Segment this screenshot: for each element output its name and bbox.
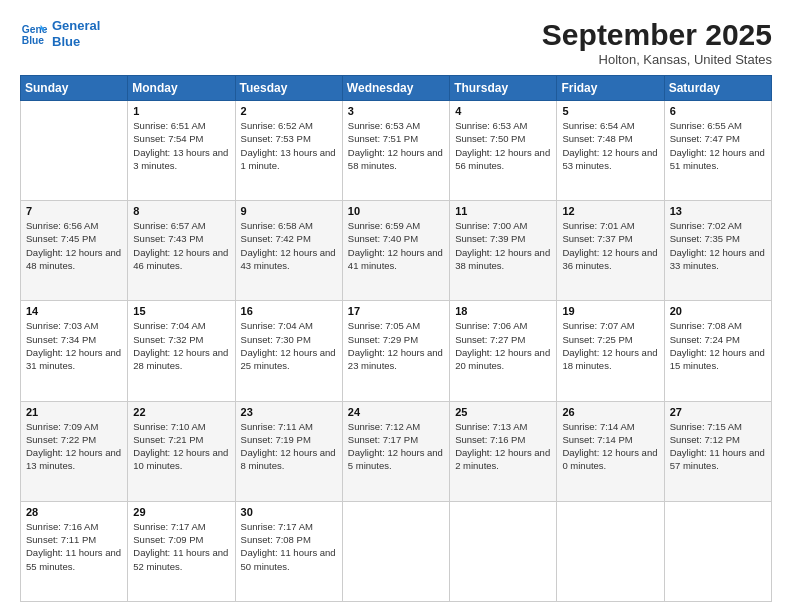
day-number: 24 xyxy=(348,406,444,418)
calendar-cell-w5-d2: 29Sunrise: 7:17 AMSunset: 7:09 PMDayligh… xyxy=(128,501,235,601)
week-row-1: 1Sunrise: 6:51 AMSunset: 7:54 PMDaylight… xyxy=(21,101,772,201)
day-info: Sunrise: 7:09 AMSunset: 7:22 PMDaylight:… xyxy=(26,420,122,473)
day-info: Sunrise: 6:52 AMSunset: 7:53 PMDaylight:… xyxy=(241,119,337,172)
day-number: 7 xyxy=(26,205,122,217)
day-number: 8 xyxy=(133,205,229,217)
day-number: 12 xyxy=(562,205,658,217)
day-info: Sunrise: 7:06 AMSunset: 7:27 PMDaylight:… xyxy=(455,319,551,372)
day-number: 21 xyxy=(26,406,122,418)
day-info: Sunrise: 7:17 AMSunset: 7:09 PMDaylight:… xyxy=(133,520,229,573)
calendar-cell-w1-d1 xyxy=(21,101,128,201)
day-info: Sunrise: 7:03 AMSunset: 7:34 PMDaylight:… xyxy=(26,319,122,372)
header-friday: Friday xyxy=(557,76,664,101)
day-number: 30 xyxy=(241,506,337,518)
page: General Blue General Blue September 2025… xyxy=(0,0,792,612)
calendar-cell-w5-d7 xyxy=(664,501,771,601)
calendar-cell-w1-d2: 1Sunrise: 6:51 AMSunset: 7:54 PMDaylight… xyxy=(128,101,235,201)
day-number: 18 xyxy=(455,305,551,317)
day-info: Sunrise: 7:16 AMSunset: 7:11 PMDaylight:… xyxy=(26,520,122,573)
day-number: 17 xyxy=(348,305,444,317)
day-number: 16 xyxy=(241,305,337,317)
day-number: 2 xyxy=(241,105,337,117)
day-number: 28 xyxy=(26,506,122,518)
calendar-cell-w3-d1: 14Sunrise: 7:03 AMSunset: 7:34 PMDayligh… xyxy=(21,301,128,401)
day-number: 19 xyxy=(562,305,658,317)
day-info: Sunrise: 6:58 AMSunset: 7:42 PMDaylight:… xyxy=(241,219,337,272)
day-number: 1 xyxy=(133,105,229,117)
day-info: Sunrise: 6:56 AMSunset: 7:45 PMDaylight:… xyxy=(26,219,122,272)
day-info: Sunrise: 6:59 AMSunset: 7:40 PMDaylight:… xyxy=(348,219,444,272)
calendar-cell-w1-d6: 5Sunrise: 6:54 AMSunset: 7:48 PMDaylight… xyxy=(557,101,664,201)
calendar-cell-w4-d1: 21Sunrise: 7:09 AMSunset: 7:22 PMDayligh… xyxy=(21,401,128,501)
calendar-cell-w3-d6: 19Sunrise: 7:07 AMSunset: 7:25 PMDayligh… xyxy=(557,301,664,401)
day-number: 15 xyxy=(133,305,229,317)
calendar-cell-w2-d3: 9Sunrise: 6:58 AMSunset: 7:42 PMDaylight… xyxy=(235,201,342,301)
header-sunday: Sunday xyxy=(21,76,128,101)
calendar-cell-w2-d1: 7Sunrise: 6:56 AMSunset: 7:45 PMDaylight… xyxy=(21,201,128,301)
day-info: Sunrise: 6:55 AMSunset: 7:47 PMDaylight:… xyxy=(670,119,766,172)
day-number: 10 xyxy=(348,205,444,217)
day-number: 14 xyxy=(26,305,122,317)
day-number: 27 xyxy=(670,406,766,418)
calendar-cell-w4-d7: 27Sunrise: 7:15 AMSunset: 7:12 PMDayligh… xyxy=(664,401,771,501)
day-info: Sunrise: 7:17 AMSunset: 7:08 PMDaylight:… xyxy=(241,520,337,573)
day-info: Sunrise: 7:05 AMSunset: 7:29 PMDaylight:… xyxy=(348,319,444,372)
calendar-cell-w2-d7: 13Sunrise: 7:02 AMSunset: 7:35 PMDayligh… xyxy=(664,201,771,301)
header-saturday: Saturday xyxy=(664,76,771,101)
svg-text:Blue: Blue xyxy=(22,35,45,46)
header-wednesday: Wednesday xyxy=(342,76,449,101)
calendar-cell-w5-d3: 30Sunrise: 7:17 AMSunset: 7:08 PMDayligh… xyxy=(235,501,342,601)
day-info: Sunrise: 7:04 AMSunset: 7:32 PMDaylight:… xyxy=(133,319,229,372)
title-block: September 2025 Holton, Kansas, United St… xyxy=(542,18,772,67)
header-tuesday: Tuesday xyxy=(235,76,342,101)
day-info: Sunrise: 6:54 AMSunset: 7:48 PMDaylight:… xyxy=(562,119,658,172)
calendar-cell-w5-d5 xyxy=(450,501,557,601)
day-info: Sunrise: 7:12 AMSunset: 7:17 PMDaylight:… xyxy=(348,420,444,473)
calendar-cell-w5-d4 xyxy=(342,501,449,601)
day-info: Sunrise: 7:11 AMSunset: 7:19 PMDaylight:… xyxy=(241,420,337,473)
day-number: 26 xyxy=(562,406,658,418)
calendar-cell-w4-d6: 26Sunrise: 7:14 AMSunset: 7:14 PMDayligh… xyxy=(557,401,664,501)
day-info: Sunrise: 7:10 AMSunset: 7:21 PMDaylight:… xyxy=(133,420,229,473)
calendar: Sunday Monday Tuesday Wednesday Thursday… xyxy=(20,75,772,602)
calendar-cell-w3-d7: 20Sunrise: 7:08 AMSunset: 7:24 PMDayligh… xyxy=(664,301,771,401)
day-info: Sunrise: 7:01 AMSunset: 7:37 PMDaylight:… xyxy=(562,219,658,272)
day-number: 20 xyxy=(670,305,766,317)
calendar-cell-w2-d2: 8Sunrise: 6:57 AMSunset: 7:43 PMDaylight… xyxy=(128,201,235,301)
calendar-cell-w2-d5: 11Sunrise: 7:00 AMSunset: 7:39 PMDayligh… xyxy=(450,201,557,301)
calendar-cell-w3-d2: 15Sunrise: 7:04 AMSunset: 7:32 PMDayligh… xyxy=(128,301,235,401)
calendar-cell-w1-d4: 3Sunrise: 6:53 AMSunset: 7:51 PMDaylight… xyxy=(342,101,449,201)
day-info: Sunrise: 6:57 AMSunset: 7:43 PMDaylight:… xyxy=(133,219,229,272)
week-row-5: 28Sunrise: 7:16 AMSunset: 7:11 PMDayligh… xyxy=(21,501,772,601)
day-number: 9 xyxy=(241,205,337,217)
day-number: 23 xyxy=(241,406,337,418)
calendar-cell-w5-d6 xyxy=(557,501,664,601)
day-info: Sunrise: 7:00 AMSunset: 7:39 PMDaylight:… xyxy=(455,219,551,272)
calendar-cell-w4-d3: 23Sunrise: 7:11 AMSunset: 7:19 PMDayligh… xyxy=(235,401,342,501)
calendar-cell-w4-d2: 22Sunrise: 7:10 AMSunset: 7:21 PMDayligh… xyxy=(128,401,235,501)
calendar-cell-w1-d7: 6Sunrise: 6:55 AMSunset: 7:47 PMDaylight… xyxy=(664,101,771,201)
calendar-cell-w5-d1: 28Sunrise: 7:16 AMSunset: 7:11 PMDayligh… xyxy=(21,501,128,601)
day-info: Sunrise: 7:07 AMSunset: 7:25 PMDaylight:… xyxy=(562,319,658,372)
day-info: Sunrise: 6:51 AMSunset: 7:54 PMDaylight:… xyxy=(133,119,229,172)
calendar-cell-w1-d3: 2Sunrise: 6:52 AMSunset: 7:53 PMDaylight… xyxy=(235,101,342,201)
day-info: Sunrise: 7:04 AMSunset: 7:30 PMDaylight:… xyxy=(241,319,337,372)
header-monday: Monday xyxy=(128,76,235,101)
day-number: 11 xyxy=(455,205,551,217)
day-number: 4 xyxy=(455,105,551,117)
logo-text: General Blue xyxy=(52,18,100,49)
calendar-cell-w2-d4: 10Sunrise: 6:59 AMSunset: 7:40 PMDayligh… xyxy=(342,201,449,301)
day-number: 5 xyxy=(562,105,658,117)
week-row-3: 14Sunrise: 7:03 AMSunset: 7:34 PMDayligh… xyxy=(21,301,772,401)
day-info: Sunrise: 6:53 AMSunset: 7:50 PMDaylight:… xyxy=(455,119,551,172)
header: General Blue General Blue September 2025… xyxy=(20,18,772,67)
header-thursday: Thursday xyxy=(450,76,557,101)
day-info: Sunrise: 7:08 AMSunset: 7:24 PMDaylight:… xyxy=(670,319,766,372)
calendar-cell-w1-d5: 4Sunrise: 6:53 AMSunset: 7:50 PMDaylight… xyxy=(450,101,557,201)
day-number: 13 xyxy=(670,205,766,217)
weekday-header-row: Sunday Monday Tuesday Wednesday Thursday… xyxy=(21,76,772,101)
calendar-cell-w3-d4: 17Sunrise: 7:05 AMSunset: 7:29 PMDayligh… xyxy=(342,301,449,401)
day-info: Sunrise: 7:02 AMSunset: 7:35 PMDaylight:… xyxy=(670,219,766,272)
day-info: Sunrise: 6:53 AMSunset: 7:51 PMDaylight:… xyxy=(348,119,444,172)
logo: General Blue General Blue xyxy=(20,18,100,49)
